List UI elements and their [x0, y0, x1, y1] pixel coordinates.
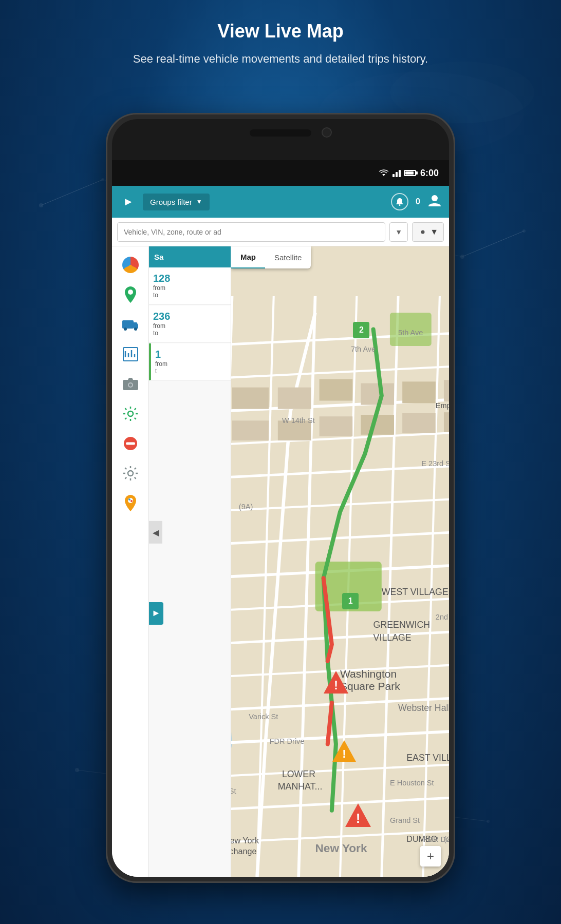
- nav-item-location-colored[interactable]: [117, 490, 144, 516]
- svg-text:!: !: [334, 678, 338, 692]
- svg-text:(9A): (9A): [239, 503, 253, 511]
- nav-item-map[interactable]: [117, 281, 144, 308]
- svg-point-26: [129, 383, 132, 387]
- svg-text:GREENWICH: GREENWICH: [373, 620, 431, 630]
- trip-to-1: t: [155, 368, 227, 375]
- svg-text:WEST VILLAGE: WEST VILLAGE: [382, 587, 448, 597]
- svg-rect-66: [402, 381, 436, 403]
- svg-text:E Houston St: E Houston St: [390, 779, 434, 787]
- route-marker-1: 1: [342, 593, 359, 609]
- trip-item-1[interactable]: 1 from t: [149, 343, 231, 380]
- truck-icon: [122, 318, 139, 331]
- trip-from-236: from: [153, 322, 227, 330]
- svg-text:EAST VILLAGE: EAST VILLAGE: [406, 753, 449, 763]
- nav-item-reports[interactable]: [117, 341, 144, 368]
- svg-rect-74: [402, 413, 436, 433]
- side-nav: [112, 246, 149, 877]
- svg-text:2nd Ave: 2nd Ave: [436, 613, 449, 621]
- svg-rect-64: [320, 379, 353, 401]
- map-area[interactable]: Map Satellite: [231, 246, 449, 877]
- svg-text:FDR Drive: FDR Drive: [423, 835, 449, 843]
- phone-frame: 6:00 ► Groups filter ▼ 0: [106, 113, 455, 883]
- svg-rect-75: [444, 412, 449, 432]
- svg-rect-16: [122, 320, 134, 329]
- svg-text:FDR Drive: FDR Drive: [270, 737, 305, 745]
- bell-svg: [395, 197, 404, 206]
- svg-text:5th Ave: 5th Ave: [398, 329, 423, 337]
- map-pin-icon: [122, 285, 139, 304]
- groups-filter-button[interactable]: Groups filter ▼: [143, 194, 210, 210]
- map-view-toggle: Map Satellite: [231, 246, 311, 268]
- trip-to-128: to: [153, 292, 227, 299]
- panel-expand-button[interactable]: ►: [149, 602, 163, 625]
- groups-filter-label: Groups filter: [150, 198, 192, 206]
- settings-gear-icon: [418, 227, 428, 237]
- nav-item-no-entry[interactable]: [117, 430, 144, 457]
- user-svg: [427, 193, 442, 207]
- svg-text:New York: New York: [231, 836, 259, 845]
- content-panel: ◀ Sa 128 from to 236 from to: [149, 246, 231, 877]
- svg-rect-72: [320, 416, 353, 436]
- page-title: View Live Map: [31, 21, 530, 42]
- svg-text:Exchange: Exchange: [231, 846, 257, 856]
- nav-item-settings[interactable]: [117, 460, 144, 487]
- trip-item-128[interactable]: 128 from to: [149, 267, 231, 304]
- svg-marker-12: [382, 174, 385, 176]
- settings-dropdown-arrow: ▼: [430, 227, 438, 237]
- app-toolbar: ► Groups filter ▼ 0: [112, 186, 449, 218]
- svg-text:E 23rd St: E 23rd St: [421, 459, 449, 468]
- trip-number-128: 128: [153, 273, 227, 284]
- satellite-view-button[interactable]: Satellite: [265, 246, 311, 268]
- groups-filter-dropdown-icon: ▼: [196, 198, 202, 205]
- route-marker-2: 2: [353, 322, 369, 338]
- search-input[interactable]: [117, 222, 385, 242]
- search-settings-button[interactable]: ▼: [412, 222, 444, 242]
- user-profile-icon[interactable]: [427, 193, 442, 210]
- map-view-button[interactable]: Map: [231, 246, 265, 268]
- svg-point-32: [128, 498, 130, 500]
- svg-line-6: [462, 231, 524, 257]
- trip-to-236: to: [153, 330, 227, 337]
- trip-item-236[interactable]: 236 from to: [149, 305, 231, 342]
- svg-rect-70: [232, 420, 269, 440]
- svg-rect-29: [126, 442, 135, 445]
- notification-count: 0: [416, 197, 420, 206]
- zoom-in-button[interactable]: +: [420, 846, 441, 867]
- svg-text:Empire State Building: Empire State Building: [436, 401, 449, 410]
- nav-item-camera[interactable]: [117, 371, 144, 397]
- panel-collapse-button[interactable]: ◀: [149, 521, 162, 544]
- nav-item-vehicles[interactable]: [117, 311, 144, 338]
- svg-text:!: !: [342, 747, 346, 760]
- signal-bars: [392, 169, 401, 177]
- header-section: View Live Map See real-time vehicle move…: [0, 21, 561, 67]
- svg-rect-65: [361, 383, 394, 405]
- svg-text:Water St: Water St: [231, 787, 236, 795]
- svg-text:!: !: [356, 811, 361, 826]
- svg-point-33: [130, 500, 133, 502]
- phone-speaker: [250, 129, 311, 137]
- svg-text:VILLAGE: VILLAGE: [373, 632, 412, 643]
- camera-icon: [122, 377, 139, 391]
- search-dropdown-button[interactable]: ▼: [389, 222, 408, 242]
- screen: 6:00 ► Groups filter ▼ 0: [112, 160, 449, 877]
- notification-bell-icon[interactable]: [391, 193, 408, 210]
- svg-point-14: [432, 195, 438, 201]
- svg-text:LOWER: LOWER: [282, 769, 315, 779]
- svg-text:MANHAT...: MANHAT...: [278, 781, 323, 792]
- status-bar: 6:00: [112, 160, 449, 186]
- chart-icon: [123, 347, 138, 361]
- svg-line-4: [41, 180, 103, 205]
- svg-point-18: [134, 328, 137, 331]
- svg-point-13: [399, 204, 401, 206]
- svg-text:W 14th St: W 14th St: [282, 416, 315, 425]
- search-bar: ▼ ▼: [112, 218, 449, 246]
- svg-text:Webster Hall: Webster Hall: [398, 703, 449, 713]
- toolbar-forward-arrow[interactable]: ►: [119, 195, 138, 208]
- status-time: 6:00: [420, 168, 439, 179]
- nav-item-filter[interactable]: [117, 400, 144, 427]
- svg-rect-63: [278, 388, 311, 409]
- nav-item-analytics[interactable]: [117, 252, 144, 278]
- alert-red-middle: !: [323, 669, 349, 698]
- alert-red-bottom: !: [344, 801, 372, 831]
- page-subtitle: See real-time vehicle movements and deta…: [31, 50, 530, 67]
